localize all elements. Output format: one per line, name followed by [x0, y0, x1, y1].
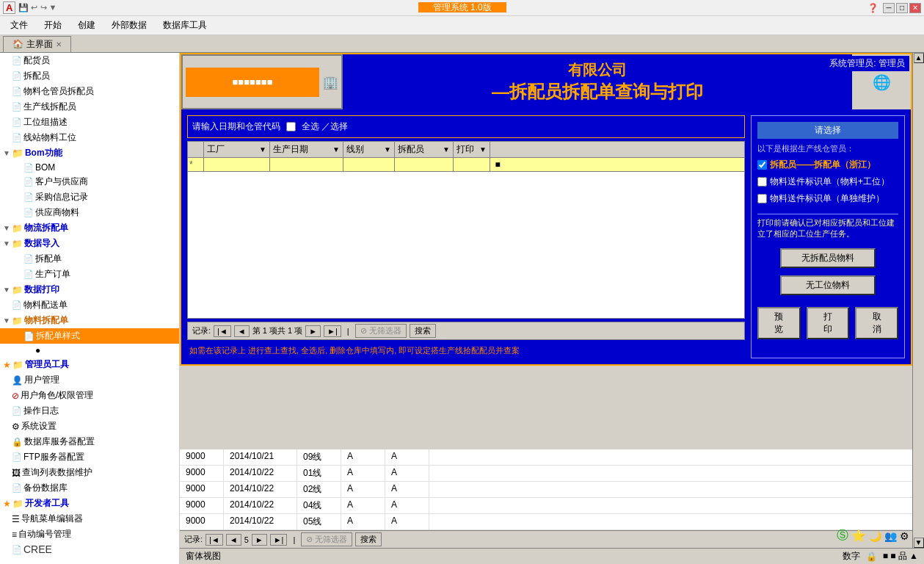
sidebar-item-ftp[interactable]: 📄 FTP服务器配置: [0, 449, 179, 465]
sidebar-item-chaipeidan[interactable]: 📄 拆配单: [0, 251, 179, 267]
logo-icon: 🏢: [322, 74, 338, 90]
menu-file[interactable]: 文件: [3, 18, 35, 33]
sidebar-item-chaxun[interactable]: 🖼 查询列表数据维护: [0, 465, 179, 480]
grid-col-date[interactable]: 生产日期▼: [270, 142, 343, 157]
nav-first-button[interactable]: |◄: [214, 325, 231, 337]
sidebar-item-shengchandingdan[interactable]: 📄 生产订单: [0, 267, 179, 282]
preview-button[interactable]: 预览: [757, 307, 801, 339]
sidebar-item-cree[interactable]: 📄 CREE: [0, 542, 179, 557]
sidebar-category-wuliu[interactable]: ▼ 📁 物流拆配单: [0, 220, 179, 236]
menu-start[interactable]: 开始: [37, 18, 69, 33]
form-title: —拆配员拆配单查询与打印: [354, 80, 840, 104]
no-person-button[interactable]: 无拆配员物料: [780, 248, 876, 268]
nav-search-button[interactable]: 搜索: [410, 324, 436, 338]
nav-filter-button[interactable]: ⊘ 无筛选器: [355, 324, 407, 338]
sidebar-item-beifen[interactable]: 📄 备份数据库: [0, 480, 179, 496]
sidebar-category-guanli[interactable]: ★ 📁 管理员工具: [0, 357, 179, 372]
menu-db-tools[interactable]: 数据库工具: [156, 18, 214, 33]
menu-external[interactable]: 外部数据: [104, 18, 154, 33]
checkbox-1[interactable]: [757, 160, 767, 170]
sidebar-category-bom[interactable]: ▼ 📁 Bom功能: [0, 145, 179, 161]
grid-cell-check[interactable]: ■: [490, 158, 505, 171]
bottom-filter-button[interactable]: ⊘ 无筛选器: [301, 532, 352, 546]
sidebar-item-xianzhan[interactable]: 📄 线站物料工位: [0, 130, 179, 145]
doc-icon: 📄: [23, 177, 34, 187]
cree-label: CREE: [23, 543, 52, 555]
close-button[interactable]: ✕: [909, 3, 921, 13]
print-button[interactable]: 打印: [807, 307, 850, 339]
select-all-checkbox[interactable]: [286, 122, 296, 131]
sidebar-item-zidonghao[interactable]: ≡ 自动编号管理: [0, 527, 179, 542]
sidebar-item-bom[interactable]: 📄 BOM: [0, 161, 179, 174]
maximize-button[interactable]: □: [896, 3, 908, 13]
sidebar-category-kaifa[interactable]: ★ 📁 开发者工具: [0, 496, 179, 511]
bottom-nav-prev[interactable]: ◄: [226, 534, 241, 546]
minimize-button[interactable]: ─: [883, 3, 895, 13]
sidebar-item-shengchan[interactable]: 📄 生产线拆配员: [0, 99, 179, 115]
checkbox-group: 拆配员——拆配单（浙江） 物料送件标识单（物料+工位） 物料送件标识单（单独维护…: [757, 159, 898, 205]
sidebar-item-wuliaopei[interactable]: 📄 物料配送单: [0, 297, 179, 313]
grid-selector-col: [188, 142, 204, 157]
cell-print: A: [385, 498, 429, 513]
scroll-up-button[interactable]: ▲: [914, 53, 924, 63]
sidebar-item-xitong[interactable]: ⚙ 系统设置: [0, 419, 179, 434]
bottom-nav-next[interactable]: ►: [252, 534, 267, 546]
sidebar-item-yonghu[interactable]: 👤 用户管理: [0, 372, 179, 388]
sidebar-item-gongwei[interactable]: 📄 工位组描述: [0, 115, 179, 130]
bottom-row-1[interactable]: 9000 2014/10/21 09线 A A: [180, 449, 912, 466]
tab-main[interactable]: 🏠 主界面 ✕: [3, 36, 71, 52]
doc-icon: 📄: [23, 192, 34, 202]
factory-input[interactable]: [207, 159, 266, 170]
nav-last-button[interactable]: ►|: [324, 325, 341, 337]
title-bar-controls[interactable]: ❓ ─ □ ✕: [867, 3, 921, 13]
sidebar-category-shujuyin[interactable]: ▼ 📁 数据打印: [0, 282, 179, 297]
sidebar-item-gongyingshang[interactable]: 📄 供应商物料: [0, 205, 179, 220]
grid-cell-factory[interactable]: [204, 158, 270, 171]
bottom-nav-first[interactable]: |◄: [205, 534, 223, 546]
sidebar-item-shujuku[interactable]: 🔒 数据库服务器配置: [0, 434, 179, 449]
cell-factory: 9000: [180, 466, 224, 481]
sidebar-label: BOM: [35, 162, 55, 173]
grid-col-factory[interactable]: 工厂▼: [204, 142, 270, 157]
nav-next-button[interactable]: ►: [305, 325, 321, 337]
sidebar-category-wuliaochaipei[interactable]: ▼ 📁 物料拆配单: [0, 313, 179, 328]
no-station-button[interactable]: 无工位物料: [780, 275, 876, 295]
grid-col-person[interactable]: 拆配员▼: [395, 142, 454, 157]
sidebar-label: 拆配单样式: [36, 330, 80, 342]
nav-prev-button[interactable]: ◄: [234, 325, 250, 337]
sidebar-item-peihuoyuan[interactable]: 📄 配货员: [0, 53, 179, 68]
scroll-down-button[interactable]: ▼: [914, 538, 924, 548]
scrollbar-v[interactable]: ▲ ▼: [912, 53, 924, 548]
help-icon[interactable]: ❓: [867, 3, 878, 13]
bottom-row-2[interactable]: 9000 2014/10/22 01线 A A: [180, 466, 912, 482]
bottom-nav-last[interactable]: ►|: [270, 534, 288, 546]
sidebar-label: 管理员工具: [25, 358, 69, 371]
sidebar-item-sub[interactable]: ●: [0, 344, 179, 357]
bottom-row-5[interactable]: 9000 2014/10/22 05线 A A: [180, 514, 912, 530]
sidebar-item-caozuo[interactable]: 📄 操作日志: [0, 403, 179, 419]
sidebar-item-caigou[interactable]: 📄 采购信息记录: [0, 189, 179, 205]
sidebar-label: 物料仓管员拆配员: [23, 85, 94, 98]
grid-row-1[interactable]: * ■: [187, 158, 745, 172]
checkbox-3[interactable]: [757, 194, 767, 203]
sidebar-category-shujudaoru[interactable]: ▼ 📁 数据导入: [0, 236, 179, 251]
sidebar-item-chaipei[interactable]: 📄 拆配员: [0, 68, 179, 84]
bottom-search-button[interactable]: 搜索: [355, 532, 382, 546]
sidebar-item-chaipeidan-style[interactable]: 📄 拆配单样式: [0, 328, 179, 344]
sidebar-item-wuliao[interactable]: 📄 物料仓管员拆配员: [0, 84, 179, 99]
bottom-row-4[interactable]: 9000 2014/10/22 04线 A A: [180, 498, 912, 514]
sidebar-label: 物流拆配单: [24, 222, 68, 234]
cancel-button[interactable]: 取消: [855, 307, 898, 339]
app-logo: A: [3, 1, 15, 14]
checkbox-2[interactable]: [757, 177, 767, 187]
sidebar-label: 客户与供应商: [35, 176, 88, 188]
sidebar-item-kehu[interactable]: 📄 客户与供应商: [0, 174, 179, 189]
tab-close-icon[interactable]: ✕: [56, 40, 62, 48]
checkbox-label-1: 拆配员——拆配单（浙江）: [770, 159, 876, 171]
menu-create[interactable]: 创建: [70, 18, 103, 33]
sidebar-item-daohang[interactable]: ☰ 导航菜单编辑器: [0, 511, 179, 527]
bottom-row-3[interactable]: 9000 2014/10/22 02线 A A: [180, 482, 912, 498]
sidebar-item-juese[interactable]: ⊘ 用户角色/权限管理: [0, 388, 179, 403]
grid-col-print[interactable]: 打印▼: [454, 142, 490, 157]
grid-col-line[interactable]: 线别▼: [343, 142, 395, 157]
